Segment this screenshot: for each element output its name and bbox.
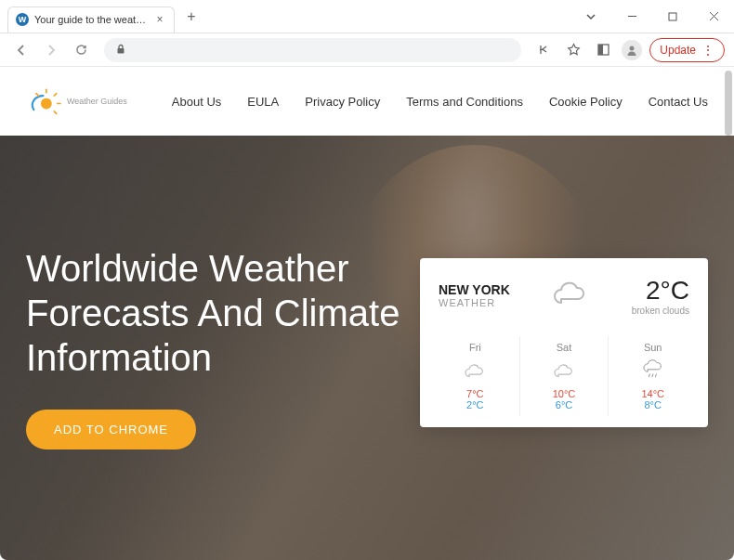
scrollbar-thumb[interactable] xyxy=(725,71,732,136)
forecast-day: Sat 10°C 6°C xyxy=(520,336,609,416)
svg-line-12 xyxy=(651,374,652,378)
nav-item-cookie[interactable]: Cookie Policy xyxy=(549,95,623,109)
cloud-icon xyxy=(550,275,591,316)
forward-icon[interactable] xyxy=(39,38,63,62)
day-name: Sat xyxy=(520,342,609,353)
nav-item-eula[interactable]: EULA xyxy=(247,95,279,109)
window-close-icon[interactable] xyxy=(701,4,727,30)
close-icon[interactable]: × xyxy=(153,13,166,26)
tab-title: Your guide to the weather – wor... xyxy=(34,14,148,25)
sun-logo-icon xyxy=(26,86,65,116)
forecast-day: Fri 7°C 2°C xyxy=(431,336,520,416)
svg-line-7 xyxy=(36,94,39,97)
add-to-chrome-button[interactable]: ADD TO CHROME xyxy=(26,410,196,449)
bookmark-star-icon[interactable] xyxy=(562,39,584,61)
update-label: Update xyxy=(660,44,696,57)
new-tab-button[interactable]: + xyxy=(180,6,203,28)
svg-line-13 xyxy=(655,374,656,378)
nav-item-privacy[interactable]: Privacy Policy xyxy=(305,95,380,109)
svg-line-11 xyxy=(649,374,649,378)
hero-section: Worldwide Weather Forecasts And Climate … xyxy=(0,136,734,560)
forecast-row: Fri 7°C 2°C Sat 10°C 6°C Sun xyxy=(431,329,697,416)
browser-tab[interactable]: W Your guide to the weather – wor... × xyxy=(7,7,175,33)
current-temperature: 2°C xyxy=(632,276,689,306)
site-logo[interactable]: Weather Guides xyxy=(26,86,127,116)
chevron-down-icon[interactable] xyxy=(578,4,604,30)
tab-favicon-icon: W xyxy=(16,13,29,26)
site-header: Weather Guides About Us EULA Privacy Pol… xyxy=(0,67,734,136)
temp-high: 10°C xyxy=(520,388,609,399)
temp-high: 7°C xyxy=(431,388,519,399)
svg-line-10 xyxy=(54,111,57,114)
day-name: Sun xyxy=(609,342,697,353)
page-viewport: Weather Guides About Us EULA Privacy Pol… xyxy=(0,67,734,560)
weather-widget: NEW YORK WEATHER 2°C broken clouds Fri xyxy=(420,258,708,427)
temp-low: 2°C xyxy=(431,399,519,410)
svg-rect-3 xyxy=(598,45,603,55)
logo-text: Weather Guides xyxy=(67,97,127,106)
weather-subtitle: WEATHER xyxy=(439,297,510,308)
temp-low: 6°C xyxy=(520,399,609,410)
temp-low: 8°C xyxy=(609,399,697,410)
share-icon[interactable] xyxy=(532,39,555,61)
main-nav: About Us EULA Privacy Policy Terms and C… xyxy=(172,95,708,109)
svg-line-8 xyxy=(54,94,57,97)
cloud-icon xyxy=(520,358,609,383)
maximize-icon[interactable] xyxy=(660,4,686,30)
nav-item-terms[interactable]: Terms and Conditions xyxy=(406,95,523,109)
minimize-icon[interactable] xyxy=(619,4,645,30)
reading-list-icon[interactable] xyxy=(592,39,614,61)
temp-high: 14°C xyxy=(609,388,697,399)
nav-item-about[interactable]: About Us xyxy=(172,95,221,109)
update-button[interactable]: Update ⋮ xyxy=(649,38,725,62)
kebab-menu-icon: ⋮ xyxy=(701,44,714,57)
address-bar[interactable] xyxy=(104,38,521,62)
rain-icon xyxy=(609,358,697,383)
cloud-icon xyxy=(431,358,519,383)
profile-icon[interactable] xyxy=(622,40,642,60)
hero-title: Worldwide Weather Forecasts And Climate … xyxy=(26,246,435,380)
forecast-day: Sun 14°C 8°C xyxy=(609,336,697,416)
svg-point-4 xyxy=(630,46,635,50)
browser-toolbar: Update ⋮ xyxy=(0,33,734,67)
lock-icon xyxy=(115,42,126,59)
browser-titlebar: W Your guide to the weather – wor... × + xyxy=(0,0,734,33)
svg-rect-0 xyxy=(669,13,676,20)
nav-item-contact[interactable]: Contact Us xyxy=(649,95,708,109)
reload-icon[interactable] xyxy=(69,38,93,62)
day-name: Fri xyxy=(431,342,519,353)
current-condition: broken clouds xyxy=(632,306,689,316)
back-icon[interactable] xyxy=(9,38,33,62)
svg-rect-1 xyxy=(118,48,125,54)
svg-point-5 xyxy=(41,98,52,110)
weather-city: NEW YORK xyxy=(439,282,510,297)
